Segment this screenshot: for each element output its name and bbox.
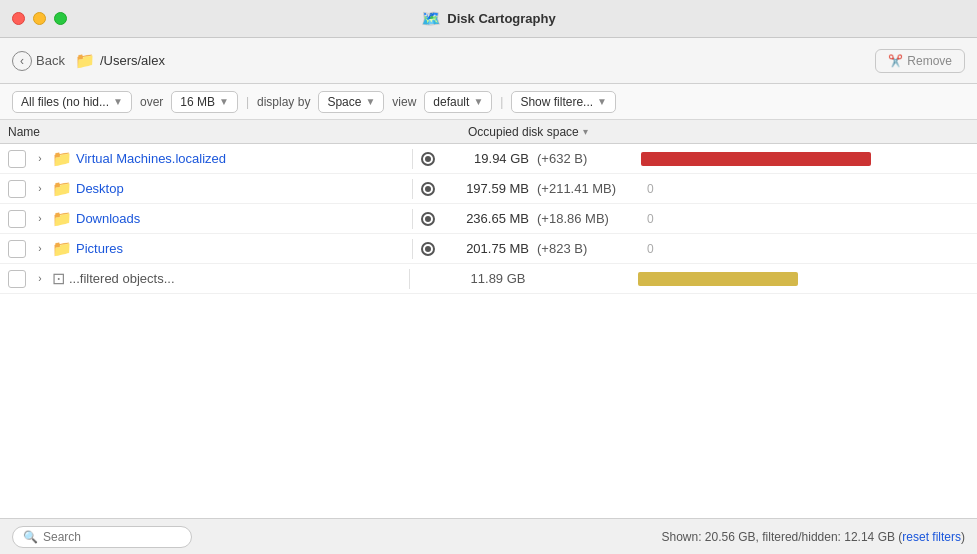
row-radio[interactable] [421,242,435,256]
column-separator [412,209,413,229]
row-checkbox[interactable] [8,270,26,288]
back-button[interactable]: ‹ Back [12,51,65,71]
table-row[interactable]: ›📁Pictures201.75 MB(+823 B)0 [0,234,977,264]
display-by-dropdown[interactable]: Space ▼ [318,91,384,113]
display-by-label: display by [257,95,310,109]
name-column-header: Name [8,125,468,139]
row-change: (+18.86 MB) [533,211,633,226]
row-change: (+211.41 MB) [533,181,633,196]
separator-2: | [500,95,503,109]
reset-filters-link[interactable]: reset filters [902,530,961,544]
remove-icon: ✂️ [888,54,903,68]
toolbar: ‹ Back 📁 /Users/alex ✂️ Remove [0,38,977,84]
row-name: Downloads [76,211,404,226]
row-size: 236.65 MB [443,211,533,226]
row-checkbox[interactable] [8,240,26,258]
sort-arrow-icon: ▾ [583,126,588,137]
row-count: 0 [647,212,663,226]
files-filter-arrow: ▼ [113,96,123,107]
space-column-header: Occupied disk space ▾ [468,125,969,139]
status-suffix: ) [961,530,965,544]
separator-1: | [246,95,249,109]
row-name: ...filtered objects... [69,271,401,286]
expand-icon[interactable]: › [32,211,48,227]
path-display: 📁 /Users/alex [75,51,865,70]
size-over-label: over [140,95,163,109]
space-column-label: Occupied disk space [468,125,579,139]
expand-icon[interactable]: › [32,241,48,257]
show-filter-dropdown[interactable]: Show filtere... ▼ [511,91,616,113]
filtered-icon: ⊡ [52,269,65,288]
row-name: Desktop [76,181,404,196]
folder-icon: 📁 [75,51,95,70]
row-checkbox[interactable] [8,180,26,198]
expand-icon[interactable]: › [32,151,48,167]
table-row[interactable]: ›⊡...filtered objects...11.89 GB [0,264,977,294]
row-radio[interactable] [421,212,435,226]
usage-bar [641,152,871,166]
bottom-bar: 🔍 Shown: 20.56 GB, filtered/hidden: 12.1… [0,518,977,554]
folder-icon: 📁 [52,239,72,258]
minimize-button[interactable] [33,12,46,25]
search-box[interactable]: 🔍 [12,526,192,548]
size-dropdown[interactable]: 16 MB ▼ [171,91,238,113]
size-arrow: ▼ [219,96,229,107]
files-filter-label: All files (no hid... [21,95,109,109]
row-size: 19.94 GB [443,151,533,166]
size-value: 16 MB [180,95,215,109]
table-row[interactable]: ›📁Virtual Machines.localized19.94 GB(+63… [0,144,977,174]
row-radio[interactable] [421,152,435,166]
path-text: /Users/alex [100,53,165,68]
column-separator [412,239,413,259]
column-separator [412,149,413,169]
app-title: Disk Cartography [447,11,555,26]
folder-icon: 📁 [52,149,72,168]
title-bar: 🗺️ Disk Cartography [0,0,977,38]
view-dropdown[interactable]: default ▼ [424,91,492,113]
expand-icon[interactable]: › [32,271,48,287]
row-name: Pictures [76,241,404,256]
column-separator [412,179,413,199]
view-value: default [433,95,469,109]
window-title: 🗺️ Disk Cartography [421,9,555,28]
view-arrow: ▼ [473,96,483,107]
folder-icon: 📁 [52,209,72,228]
view-label: view [392,95,416,109]
close-button[interactable] [12,12,25,25]
row-name: Virtual Machines.localized [76,151,404,166]
row-radio[interactable] [421,182,435,196]
table-row[interactable]: ›📁Downloads236.65 MB(+18.86 MB)0 [0,204,977,234]
remove-label: Remove [907,54,952,68]
row-count: 0 [647,182,663,196]
name-column-label: Name [8,125,40,139]
back-arrow-icon: ‹ [12,51,32,71]
status-prefix: Shown: 20.56 GB, filtered/hidden: 12.14 … [661,530,902,544]
window-controls [12,12,67,25]
table-row[interactable]: ›📁Desktop197.59 MB(+211.41 MB)0 [0,174,977,204]
table-body: ›📁Virtual Machines.localized19.94 GB(+63… [0,144,977,518]
row-count: 0 [647,242,663,256]
bar-container [630,270,970,288]
back-label: Back [36,53,65,68]
remove-button[interactable]: ✂️ Remove [875,49,965,73]
table-header: Name Occupied disk space ▾ [0,120,977,144]
file-table: Name Occupied disk space ▾ ›📁Virtual Mac… [0,120,977,518]
app-icon: 🗺️ [421,9,441,28]
row-change: (+823 B) [533,241,633,256]
row-size: 201.75 MB [443,241,533,256]
search-icon: 🔍 [23,530,38,544]
expand-icon[interactable]: › [32,181,48,197]
bar-container [633,150,969,168]
maximize-button[interactable] [54,12,67,25]
row-size: 11.89 GB [440,271,530,286]
search-input[interactable] [43,530,173,544]
bar-container: 0 [633,210,969,228]
display-by-arrow: ▼ [365,96,375,107]
row-checkbox[interactable] [8,210,26,228]
show-filter-arrow: ▼ [597,96,607,107]
bar-container: 0 [633,180,969,198]
row-checkbox[interactable] [8,150,26,168]
column-separator [409,269,410,289]
files-filter-dropdown[interactable]: All files (no hid... ▼ [12,91,132,113]
filter-bar: All files (no hid... ▼ over 16 MB ▼ | di… [0,84,977,120]
